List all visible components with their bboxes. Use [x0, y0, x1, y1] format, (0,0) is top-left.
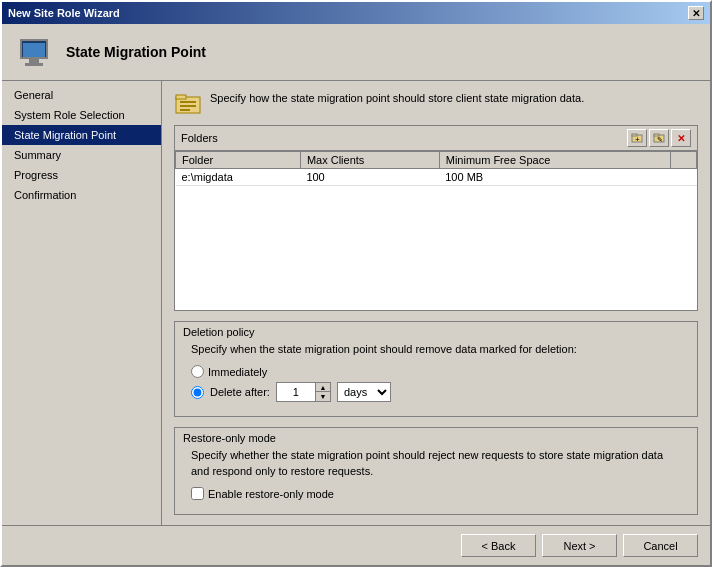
svg-rect-4	[180, 109, 190, 111]
folder-doc-icon	[174, 91, 202, 115]
immediately-option: Immediately	[191, 365, 681, 378]
folders-toolbar: + ✎ ✕	[627, 129, 691, 147]
folder-table: Folder Max Clients Minimum Free Space e:…	[175, 151, 697, 186]
table-row[interactable]: e:\migdata 100 100 MB	[176, 169, 697, 186]
sidebar-item-summary[interactable]: Summary	[2, 145, 161, 165]
main-content: Specify how the state migration point sh…	[162, 81, 710, 525]
immediately-radio[interactable]	[191, 365, 204, 378]
folders-section: Folders +	[174, 125, 698, 311]
edit-folder-button[interactable]: ✎	[649, 129, 669, 147]
delete-after-label: Delete after:	[210, 386, 270, 398]
svg-rect-3	[180, 105, 196, 107]
folders-header-row: Folders +	[175, 126, 697, 150]
header-area: State Migration Point	[2, 24, 710, 81]
days-spinner: ▲ ▼	[276, 382, 331, 402]
deletion-policy-section: Deletion policy Specify when the state m…	[174, 321, 698, 417]
sidebar-item-progress[interactable]: Progress	[2, 165, 161, 185]
folders-label: Folders	[181, 132, 218, 144]
deletion-policy-description: Specify when the state migration point s…	[183, 342, 689, 361]
window-title: New Site Role Wizard	[8, 7, 120, 19]
title-bar: New Site Role Wizard ✕	[2, 2, 710, 24]
restore-only-section: Restore-only mode Specify whether the st…	[174, 427, 698, 515]
sidebar-item-state-migration-point[interactable]: State Migration Point	[2, 125, 161, 145]
spinner-down-button[interactable]: ▼	[316, 392, 330, 401]
cancel-button[interactable]: Cancel	[623, 534, 698, 557]
cell-min-free-space: 100 MB	[439, 169, 671, 186]
svg-text:✎: ✎	[657, 136, 663, 143]
deletion-policy-radio-group: Immediately Delete after: ▲ ▼	[183, 361, 689, 408]
sidebar-item-confirmation[interactable]: Confirmation	[2, 185, 161, 205]
col-folder: Folder	[176, 152, 301, 169]
svg-text:+: +	[635, 135, 640, 144]
description-text: Specify how the state migration point sh…	[210, 91, 584, 106]
restore-only-legend: Restore-only mode	[183, 432, 689, 444]
spinner-up-button[interactable]: ▲	[316, 383, 330, 392]
immediately-label: Immediately	[208, 366, 267, 378]
back-button[interactable]: < Back	[461, 534, 536, 557]
bottom-bar: < Back Next > Cancel	[2, 525, 710, 565]
days-select[interactable]: days hours	[337, 382, 391, 402]
deletion-policy-legend: Deletion policy	[183, 326, 689, 338]
spinner-arrows: ▲ ▼	[316, 382, 331, 402]
sidebar-item-general[interactable]: General	[2, 85, 161, 105]
folder-table-container: Folder Max Clients Minimum Free Space e:…	[175, 150, 697, 310]
cell-folder: e:\migdata	[176, 169, 301, 186]
header-title: State Migration Point	[66, 44, 206, 60]
next-button[interactable]: Next >	[542, 534, 617, 557]
close-button[interactable]: ✕	[688, 6, 704, 20]
enable-restore-label: Enable restore-only mode	[208, 488, 334, 500]
col-spacer	[671, 152, 697, 169]
sidebar: General System Role Selection State Migr…	[2, 81, 162, 525]
cell-extra	[671, 169, 697, 186]
wizard-body: General System Role Selection State Migr…	[2, 81, 710, 525]
header-icon	[14, 32, 54, 72]
delete-after-row: Delete after: ▲ ▼ days hours	[191, 382, 681, 402]
add-folder-icon: +	[631, 132, 643, 144]
delete-after-radio[interactable]	[191, 386, 204, 399]
col-min-free-space: Minimum Free Space	[439, 152, 671, 169]
cell-max-clients: 100	[300, 169, 439, 186]
wizard-window: New Site Role Wizard ✕ State Migration P…	[0, 0, 712, 567]
description-area: Specify how the state migration point sh…	[174, 91, 698, 115]
sidebar-item-system-role-selection[interactable]: System Role Selection	[2, 105, 161, 125]
add-folder-button[interactable]: +	[627, 129, 647, 147]
days-spinner-input[interactable]	[276, 382, 316, 402]
svg-rect-1	[176, 95, 186, 99]
svg-rect-2	[180, 101, 196, 103]
col-max-clients: Max Clients	[300, 152, 439, 169]
enable-restore-checkbox[interactable]	[191, 487, 204, 500]
delete-folder-button[interactable]: ✕	[671, 129, 691, 147]
restore-only-description: Specify whether the state migration poin…	[183, 448, 689, 483]
restore-only-checkbox-row: Enable restore-only mode	[183, 483, 689, 506]
edit-folder-icon: ✎	[653, 132, 665, 144]
